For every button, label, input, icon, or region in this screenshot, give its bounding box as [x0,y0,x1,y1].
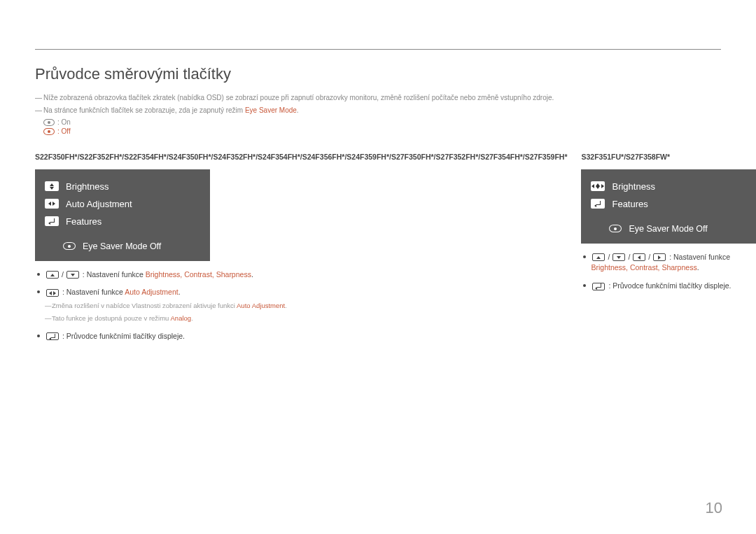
page-title: Průvodce směrovými tlačítky [35,65,721,83]
left-osd-brightness-label: Brightness [66,181,108,192]
eye-off-line: : Off [35,127,721,135]
eye-status-icon [63,242,76,250]
left-b1-suffix: . [251,270,253,279]
right-bullet-1: /// : Nastavení funkce Brightness, Contr… [581,252,756,274]
left-osd-box: Brightness Auto Adjustment Features [35,169,210,261]
left-b1-prefix: : Nastavení funkce [83,270,146,279]
left-bullets: / : Nastavení funkce Brightness, Contras… [35,269,567,342]
left-osd-row-features: Features [45,213,200,230]
right-osd-box: Brightness Features Eye Saver Mode Off [581,169,756,244]
left-b2-hl: Auto Adjustment [125,288,178,296]
note-eyesaver-hl: Eye Saver Mode [245,106,297,114]
key-down-icon [612,253,625,261]
note-eyesaver: Na stránce funkčních tlačítek se zobrazu… [35,106,721,115]
left-b2-prefix: : Nastavení funkce [62,288,125,296]
right-osd-row-features: Features [591,195,746,213]
left-bullet-1: / : Nastavení funkce Brightness, Contras… [35,269,567,281]
left-bullet-3: : Průvodce funkčními tlačítky displeje. [35,331,567,342]
right-models: S32F351FU*/S27F358FW* [581,152,756,162]
eye-status-icon [609,225,622,232]
eye-off-label: : Off [57,127,71,135]
left-b2-sub2-suffix: . [191,314,193,322]
right-osd-features-label: Features [612,199,648,209]
left-b2-sub1-prefix: Změna rozlišení v nabídce Vlastnosti zob… [52,302,237,309]
right-b2-text: : Průvodce funkčními tlačítky displeje. [608,281,731,290]
left-bullet-2: : Nastavení funkce Auto Adjustment. Změn… [35,287,567,323]
left-osd-row-brightness: Brightness [45,178,200,195]
right-osd-row-brightness: Brightness [591,178,746,195]
left-b2-sub2-prefix: Tato funkce je dostupná pouze v režimu [52,314,171,322]
key-enter-icon [592,283,605,290]
left-osd-features-label: Features [66,216,102,227]
note-eyesaver-suffix: . [297,106,299,114]
right-osd-status-label: Eye Saver Mode Off [629,224,707,234]
left-osd-auto-label: Auto Adjustment [66,199,132,209]
four-way-icon [591,181,605,191]
left-osd-status-label: Eye Saver Mode Off [83,241,161,251]
up-down-icon [45,181,59,191]
left-b2-sub1-suffix: . [285,302,287,309]
right-column: S32F351FU*/S27F358FW* Brightness [581,152,756,349]
key-down-icon [66,271,79,279]
enter-icon [45,216,59,226]
key-enter-icon [46,332,59,340]
key-leftright-icon [46,289,59,297]
left-models: S22F350FH*/S22F352FH*/S22F354FH*/S24F350… [35,152,567,162]
key-up-icon [46,271,59,279]
right-b1-hl: Brightness, Contrast, Sharpness [591,263,696,272]
left-b2-sub2: Tato funkce je dostupná pouze v režimu A… [45,314,567,323]
eye-on-line: : On [35,118,721,126]
left-b3-text: : Průvodce funkčními tlačítky displeje. [62,332,185,340]
left-b2-sub1-hl: Auto Adjustment [237,302,285,309]
eye-off-icon [43,128,55,135]
eye-on-icon [43,119,55,126]
key-up-icon [592,253,605,261]
left-b1-hl: Brightness, Contrast, Sharpness [146,270,251,279]
right-bullet-2: : Průvodce funkčními tlačítky displeje. [581,281,756,292]
left-b2-sub1: Změna rozlišení v nabídce Vlastnosti zob… [45,301,567,311]
right-b1-prefix: : Nastavení funkce [669,253,730,261]
right-bullets: /// : Nastavení funkce Brightness, Contr… [581,252,756,292]
top-rule [35,49,721,50]
left-column: S22F350FH*/S22F352FH*/S22F354FH*/S24F350… [35,152,567,349]
left-b2-suffix: . [178,288,181,296]
left-b2-sub2-hl: Analog [171,314,192,322]
note-eyesaver-prefix: Na stránce funkčních tlačítek se zobrazu… [43,106,245,114]
two-columns: S22F350FH*/S22F352FH*/S22F354FH*/S24F350… [35,152,721,349]
right-b1-suffix: . [697,263,699,272]
key-left-icon [633,253,645,261]
right-osd-status: Eye Saver Mode Off [591,217,746,234]
page-number: 10 [706,499,722,517]
note-osd-condition: Níže zobrazená obrazovka tlačítek zkrate… [35,93,721,103]
eye-on-label: : On [57,118,71,126]
key-right-icon [653,253,666,261]
left-osd-status: Eye Saver Mode Off [45,234,200,251]
right-osd-brightness-label: Brightness [612,181,654,192]
manual-page: Průvodce směrovými tlačítky Níže zobraze… [0,0,756,349]
left-osd-row-auto: Auto Adjustment [45,195,200,213]
left-right-icon [45,199,59,209]
enter-icon [591,199,605,209]
